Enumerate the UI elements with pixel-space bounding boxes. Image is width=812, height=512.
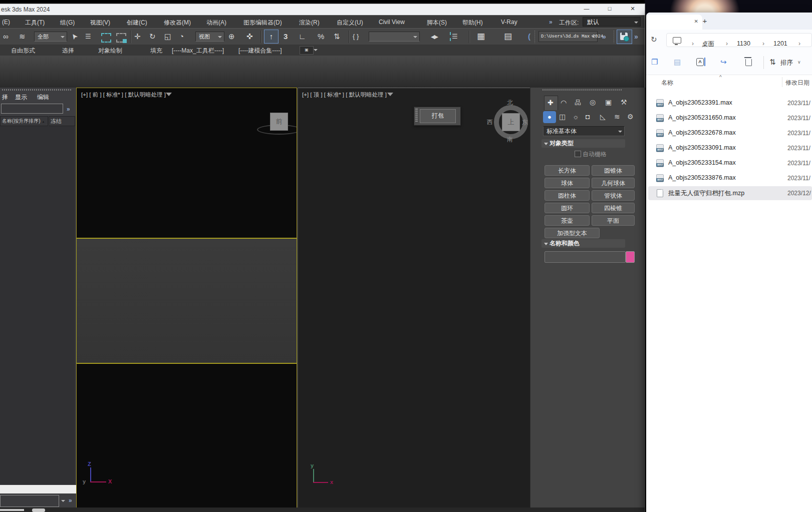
mini-listener-chevron[interactable]: » (69, 497, 72, 504)
paste-icon[interactable]: ▤ (674, 58, 681, 67)
scene-explorer-list[interactable] (0, 126, 75, 484)
snap-toggle-3d-icon[interactable]: 3 (284, 32, 288, 41)
category-systems-icon[interactable]: ⚙ (627, 113, 634, 121)
button-sphere[interactable]: 球体 (545, 178, 590, 188)
ribbon-minimize-button[interactable]: ▣ (300, 46, 314, 55)
menu-modifiers[interactable]: 修改器(M) (164, 19, 191, 27)
scene-explorer-menu-display[interactable]: 显示 (15, 93, 27, 102)
viewport-front-label[interactable]: [+] [ 前 ] [ 标准* ] [ 默认明暗处理 ] (81, 91, 166, 99)
menu-tools[interactable]: 工具(T) (25, 19, 45, 27)
curve-editor-icon[interactable]: ▦ (477, 32, 485, 41)
file-row[interactable]: MAX A_objs2305233154.max 2023/11/ (648, 156, 812, 170)
chevron-down-icon[interactable] (61, 500, 65, 502)
menu-grapheditors[interactable]: 图形编辑器(D) (243, 19, 282, 27)
project-path-dropdown[interactable]: D:\Users\3d…ds Max 2024 (538, 31, 598, 42)
column-divider[interactable] (782, 77, 782, 87)
save-autoback-button[interactable] (617, 30, 632, 44)
explorer-tab[interactable]: ✕ (646, 15, 702, 30)
layer-explorer-icon[interactable]: ▤ (504, 32, 512, 41)
viewport-middle-section[interactable] (76, 238, 297, 363)
file-row[interactable]: MAX A_objs230523391.max 2023/11/ (648, 96, 812, 110)
scene-explorer-search-input[interactable] (1, 104, 63, 114)
minimize-button[interactable]: — (581, 6, 592, 14)
maximize-button[interactable]: □ (604, 6, 615, 14)
bind-spacewarp-icon[interactable]: ≋ (19, 32, 26, 41)
ribbon-tab-freeform[interactable]: 自由形式 (11, 47, 35, 55)
select-scale-icon[interactable]: ◱ (164, 32, 171, 41)
display-panel-icon[interactable]: ▣ (605, 98, 612, 106)
close-button[interactable]: ✕ (627, 6, 638, 14)
toolbar-overflow-chevron[interactable]: » (634, 32, 638, 41)
viewport-top-label[interactable]: [+] [ 顶 ] [ 标准* ] [ 默认明暗处理 ] (302, 91, 387, 99)
button-torus[interactable]: 圆环 (545, 203, 590, 213)
button-plane[interactable]: 平面 (592, 215, 635, 226)
category-geometry-button[interactable]: ● (543, 111, 556, 123)
toolbar-drag-handle[interactable] (613, 31, 615, 43)
sort-caret-icon[interactable]: ∨ (797, 60, 801, 65)
named-selection-dropdown[interactable] (369, 32, 420, 42)
button-geosphere[interactable]: 几何球体 (592, 178, 635, 188)
ribbon-tab-max-toolbar[interactable]: [----Max_工具栏----] (172, 47, 224, 55)
new-tab-button[interactable]: + (699, 16, 710, 27)
tab-close-icon[interactable]: ✕ (694, 19, 698, 24)
ribbon-tab-objectpaint[interactable]: 对象绘制 (98, 47, 122, 55)
column-header-date[interactable]: 修改日期 (785, 79, 809, 87)
select-object-icon[interactable]: ➤ (69, 32, 80, 42)
menu-create[interactable]: 创建(C) (127, 19, 147, 27)
object-color-swatch[interactable] (626, 251, 635, 263)
active-move-tool-button[interactable]: ↑ (264, 30, 279, 44)
ribbon-tab-selection[interactable]: 选择 (62, 47, 74, 55)
viewcube-south-label[interactable]: 南 (507, 135, 513, 144)
autogrid-checkbox[interactable] (575, 151, 581, 157)
button-teapot[interactable]: 茶壶 (545, 215, 590, 226)
menu-scripting[interactable]: 脚本(S) (427, 19, 447, 27)
viewport-top[interactable]: [+] [ 顶 ] [ 标准* ] [ 默认明暗处理 ] 打包 上 北 西 南 … (298, 88, 530, 511)
use-pivot-center-icon[interactable]: ⊕ (228, 32, 235, 41)
viewcube-east-label[interactable]: 东 (522, 118, 528, 127)
column-header-freeze[interactable]: 冻结 (49, 116, 75, 126)
rectangular-selection-icon[interactable] (101, 33, 111, 43)
viewcube-front-face[interactable]: 前 (270, 113, 288, 131)
motion-panel-icon[interactable]: ◎ (590, 98, 596, 106)
button-tube[interactable]: 管状体 (592, 190, 635, 201)
menu-help[interactable]: 帮助(H) (462, 19, 483, 27)
modify-panel-icon[interactable]: ◠ (561, 99, 567, 107)
address-bar[interactable]: › 桌面 › 1130 › 1201 › (666, 33, 812, 47)
menu-animation[interactable]: 动画(A) (206, 19, 226, 27)
file-row[interactable]: MAX A_objs2305233091.max 2023/11/ (648, 141, 812, 155)
toolbar-overflow-chevron[interactable]: » (602, 32, 606, 41)
filter-icon[interactable] (387, 93, 393, 96)
button-box[interactable]: 长方体 (545, 165, 590, 176)
menu-rendering[interactable]: 渲染(R) (299, 19, 320, 27)
select-rotate-icon[interactable]: ↻ (149, 32, 156, 41)
button-cone[interactable]: 圆锥体 (592, 165, 635, 176)
pack-button[interactable]: 打包 (420, 109, 456, 123)
percent-snap-icon[interactable]: % (318, 32, 324, 41)
select-by-name-icon[interactable]: ☰ (85, 32, 91, 41)
named-selection-sets-icon[interactable]: { } (353, 32, 359, 41)
column-header-name[interactable]: 名称(按升序排序) ▲ (0, 116, 48, 126)
file-row[interactable]: MAX A_objs2305231650.max 2023/11/ (648, 111, 812, 125)
menu-civilview[interactable]: Civil View (379, 19, 405, 26)
menu-edit[interactable]: (E) (2, 19, 10, 26)
breadcrumb-desktop[interactable]: 桌面 (702, 40, 714, 49)
menu-vray[interactable]: V-Ray (501, 19, 517, 26)
this-pc-icon[interactable] (673, 37, 681, 44)
scene-explorer-hscrollbar[interactable] (0, 485, 76, 493)
copy-icon[interactable]: ❐ (651, 58, 658, 67)
window-crossing-icon[interactable] (116, 33, 126, 43)
viewcube-up-face[interactable]: 上 (502, 113, 520, 131)
select-manipulate-icon[interactable]: ✜ (246, 32, 253, 41)
utilities-panel-icon[interactable]: ⚒ (621, 98, 627, 106)
panel-drag-handle[interactable] (543, 89, 623, 91)
viewcube-north-label[interactable]: 北 (507, 99, 513, 107)
scene-explorer-overflow-chevron[interactable]: » (67, 106, 70, 113)
ribbon-tab-populate[interactable]: 填充 (150, 47, 162, 55)
category-spacewarps-icon[interactable]: ≋ (614, 113, 620, 121)
category-lights-icon[interactable]: ☼ (573, 113, 579, 121)
button-textplus[interactable]: 加强型文本 (545, 228, 600, 238)
rename-icon[interactable]: A (696, 58, 704, 66)
filter-icon[interactable] (166, 93, 172, 96)
tab-create[interactable]: ✚ (544, 96, 558, 110)
spinner-snap-icon[interactable]: ⇅ (334, 32, 340, 41)
